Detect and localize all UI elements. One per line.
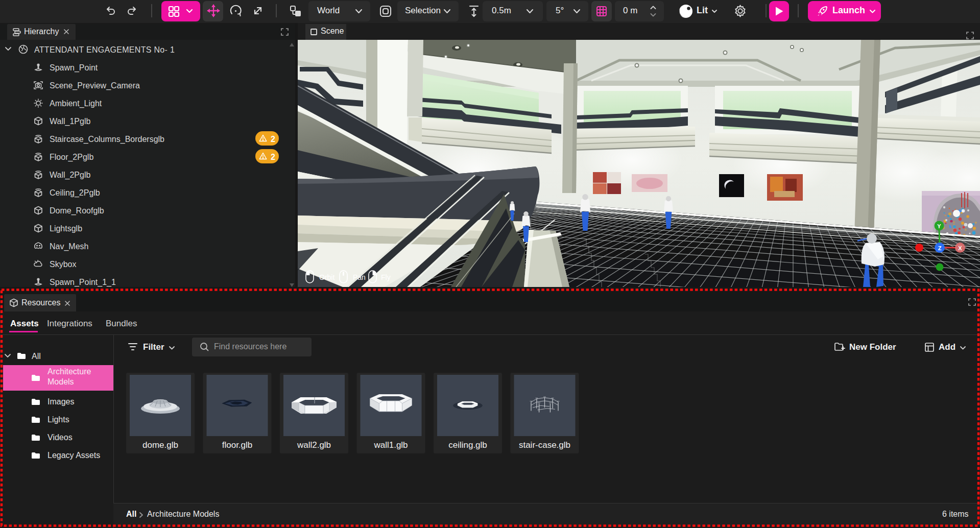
svg-text:Y: Y <box>937 223 941 229</box>
svg-text:Images: Images <box>47 397 74 406</box>
svg-text:Skybox: Skybox <box>50 260 76 269</box>
svg-text:ceiling.glb: ceiling.glb <box>448 440 487 450</box>
svg-text:dome.glb: dome.glb <box>142 440 178 450</box>
svg-text:Videos: Videos <box>47 433 73 442</box>
svg-text:Floor_2Pglb: Floor_2Pglb <box>50 153 93 162</box>
svg-text:Pan: Pan <box>353 273 366 281</box>
svg-text:Architecture: Architecture <box>47 367 91 376</box>
svg-text:Staircase_Columns_Bordersglb: Staircase_Columns_Bordersglb <box>50 135 164 144</box>
svg-text:Spawn_Point_1_1: Spawn_Point_1_1 <box>50 278 116 287</box>
svg-text:Legacy Assets: Legacy Assets <box>47 451 100 460</box>
svg-text:2: 2 <box>271 153 275 161</box>
svg-text:Lights: Lights <box>47 415 69 424</box>
svg-text:Nav_Mesh: Nav_Mesh <box>50 242 88 251</box>
svg-text:Z: Z <box>938 245 942 251</box>
svg-text:Wall_1Pglb: Wall_1Pglb <box>50 117 90 126</box>
svg-text:stair-case.glb: stair-case.glb <box>519 440 570 450</box>
svg-text:Spawn_Point: Spawn_Point <box>50 63 98 73</box>
svg-text:Wall_2Pglb: Wall_2Pglb <box>50 171 90 180</box>
svg-text:X: X <box>958 245 962 251</box>
svg-text:Models: Models <box>47 377 74 386</box>
svg-text:wall1.glb: wall1.glb <box>373 440 408 450</box>
svg-text:floor.glb: floor.glb <box>222 440 253 450</box>
svg-text:Lightsglb: Lightsglb <box>50 224 82 233</box>
svg-text:Ambient_Light: Ambient_Light <box>50 99 102 108</box>
svg-text:wall2.glb: wall2.glb <box>297 440 331 450</box>
svg-text:Fly: Fly <box>381 273 391 281</box>
svg-text:All: All <box>32 352 41 361</box>
svg-text:Orbit: Orbit <box>319 273 334 281</box>
svg-text:ATTENDANT ENGAGEMENTS No- 1: ATTENDANT ENGAGEMENTS No- 1 <box>34 45 175 54</box>
svg-text:2: 2 <box>271 135 275 143</box>
svg-text:Scene_Preview_Camera: Scene_Preview_Camera <box>50 81 140 90</box>
svg-text:Dome_Roofglb: Dome_Roofglb <box>50 206 104 215</box>
svg-text:Ceiling_2Pglb: Ceiling_2Pglb <box>50 188 100 198</box>
